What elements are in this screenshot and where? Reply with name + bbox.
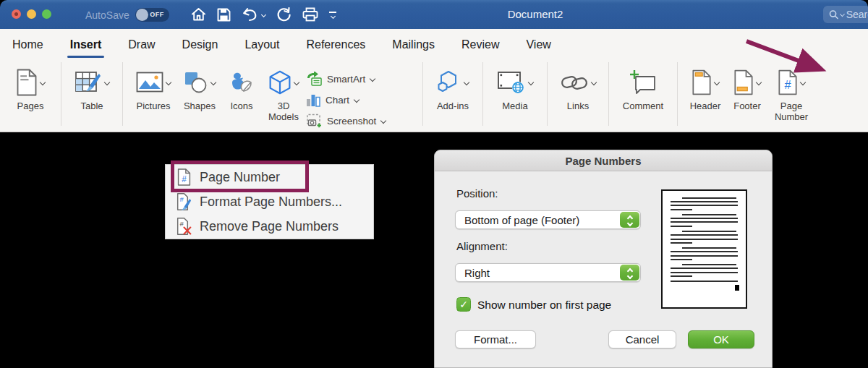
media-button[interactable]: Media	[490, 67, 540, 111]
search-placeholder: Search	[846, 9, 868, 20]
shapes-chevron-icon[interactable]	[210, 80, 216, 85]
page-number-dropdown-menu: # Page Number # Format Page Numbers... #…	[165, 164, 374, 239]
pictures-icon	[136, 72, 163, 93]
svg-text:#: #	[179, 195, 184, 203]
zoom-window-button[interactable]	[42, 9, 51, 19]
alignment-label: Alignment:	[456, 240, 508, 252]
close-window-button[interactable]	[12, 9, 21, 19]
smartart-button[interactable]: SmartArt	[306, 70, 416, 87]
menu-item-remove-page-numbers[interactable]: # Remove Page Numbers	[166, 214, 373, 239]
alignment-select[interactable]: Right	[455, 263, 641, 282]
3d-models-icon	[268, 70, 292, 95]
links-icon	[560, 72, 589, 93]
home-icon[interactable]	[191, 7, 206, 22]
remove-page-numbers-icon: #	[175, 218, 192, 235]
toggle-knob	[136, 9, 148, 21]
document-title: Document2	[499, 8, 571, 20]
cancel-button[interactable]: Cancel	[608, 330, 676, 348]
ok-button[interactable]: OK	[688, 330, 754, 348]
shapes-icon	[184, 71, 208, 94]
tab-layout[interactable]: Layout	[243, 35, 281, 54]
pages-button[interactable]: Pages	[7, 67, 54, 111]
comment-button[interactable]: Comment	[616, 67, 671, 111]
redo-icon[interactable]	[276, 7, 292, 22]
customize-toolbar-icon[interactable]	[329, 12, 336, 18]
alignment-select-stepper-icon	[620, 265, 639, 281]
addins-icon	[437, 70, 461, 95]
links-button[interactable]: Links	[554, 67, 602, 111]
addins-chevron-icon[interactable]	[464, 80, 469, 85]
screenshot-chevron-icon[interactable]	[380, 118, 386, 124]
position-label: Position:	[456, 187, 498, 200]
page-preview	[661, 189, 747, 309]
autosave-label: AutoSave	[85, 9, 129, 21]
3d-models-chevron-icon[interactable]	[294, 80, 299, 85]
position-select[interactable]: Bottom of page (Footer)	[455, 210, 641, 229]
tab-mailings[interactable]: Mailings	[391, 35, 436, 54]
position-select-stepper-icon	[620, 212, 639, 228]
quick-access-toolbar	[191, 5, 336, 24]
table-chevron-icon[interactable]	[104, 80, 110, 85]
chart-chevron-icon[interactable]	[354, 97, 359, 103]
media-icon	[497, 70, 526, 95]
search-input[interactable]: Search	[823, 6, 868, 23]
smartart-chevron-icon[interactable]	[370, 76, 375, 82]
show-number-label: Show number on first page	[477, 299, 611, 312]
ribbon-group-illustrations: Pictures Shapes Icons 3D	[123, 62, 423, 126]
window-controls	[12, 9, 51, 19]
undo-chevron-icon[interactable]	[261, 12, 266, 17]
tab-draw[interactable]: Draw	[127, 35, 156, 54]
icons-button[interactable]: Icons	[222, 67, 261, 111]
screenshot-stage: AutoSave OFF Document2 Search Home Inser…	[0, 0, 868, 368]
svg-text:#: #	[784, 78, 791, 91]
tab-insert[interactable]: Insert	[69, 35, 103, 54]
media-chevron-icon[interactable]	[528, 80, 534, 85]
pages-icon	[16, 69, 38, 96]
shapes-button[interactable]: Shapes	[177, 67, 222, 111]
header-icon	[692, 69, 712, 95]
footer-chevron-icon[interactable]	[756, 80, 762, 85]
tab-view[interactable]: View	[524, 35, 552, 54]
show-number-checkbox[interactable]: ✓	[456, 297, 471, 312]
ribbon-group-comments: Comment	[609, 62, 678, 126]
autosave-toggle[interactable]: OFF	[135, 8, 169, 22]
screenshot-button[interactable]: Screenshot	[306, 112, 416, 129]
menu-item-format-page-numbers[interactable]: # Format Page Numbers...	[166, 189, 373, 214]
save-icon[interactable]	[217, 8, 231, 22]
comment-icon	[629, 69, 658, 95]
title-bar: AutoSave OFF Document2 Search	[0, 0, 868, 29]
page-number-menu-icon: #	[175, 168, 192, 186]
header-chevron-icon[interactable]	[714, 80, 720, 85]
tab-references[interactable]: References	[305, 35, 367, 54]
search-icon	[829, 9, 838, 20]
ribbon-group-addins: Add-ins	[423, 62, 483, 126]
print-icon[interactable]	[302, 7, 318, 22]
tab-home[interactable]: Home	[11, 35, 45, 54]
icons-duck-icon	[229, 70, 254, 95]
format-button[interactable]: Format...	[455, 330, 536, 348]
annotation-arrow	[735, 35, 829, 78]
pages-chevron-icon[interactable]	[40, 80, 46, 85]
tab-review[interactable]: Review	[460, 35, 501, 54]
links-chevron-icon[interactable]	[591, 80, 597, 85]
page-numbers-dialog: Page Numbers Position: Bottom of page (F…	[434, 150, 773, 368]
table-icon	[75, 69, 102, 95]
addins-button[interactable]: Add-ins	[430, 67, 476, 111]
chart-button[interactable]: Chart	[306, 91, 416, 108]
menu-item-page-number[interactable]: # Page Number	[166, 165, 373, 189]
table-button[interactable]: Table	[68, 67, 116, 111]
page-number-chevron-icon[interactable]	[800, 80, 806, 85]
undo-icon[interactable]	[242, 8, 265, 22]
autosave-state: OFF	[150, 11, 164, 18]
minimize-window-button[interactable]	[27, 9, 36, 19]
pictures-button[interactable]: Pictures	[129, 67, 177, 111]
format-page-numbers-icon: #	[175, 193, 192, 210]
dialog-title: Page Numbers	[435, 150, 772, 171]
3d-models-button[interactable]: 3D Models	[261, 67, 306, 122]
tab-design[interactable]: Design	[181, 35, 220, 54]
svg-text:#: #	[179, 220, 184, 228]
pictures-chevron-icon[interactable]	[166, 80, 171, 85]
ribbon-group-pages: Pages	[0, 62, 61, 126]
header-button[interactable]: Header	[684, 67, 726, 111]
ribbon-group-table: Table	[61, 62, 123, 126]
